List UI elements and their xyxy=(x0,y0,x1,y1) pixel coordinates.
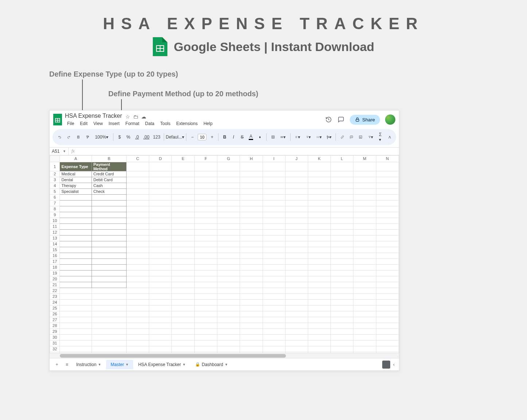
cell-J24[interactable] xyxy=(285,299,308,305)
cell-J28[interactable] xyxy=(285,323,308,328)
cell-A32[interactable] xyxy=(60,346,92,352)
cell-A11[interactable] xyxy=(60,223,92,229)
cell-E10[interactable] xyxy=(172,218,194,223)
wrap-button[interactable]: ▾ xyxy=(315,133,323,141)
cell-I1[interactable] xyxy=(263,162,285,171)
cell-J30[interactable] xyxy=(285,334,308,340)
cell-I29[interactable] xyxy=(263,328,285,334)
menu-file[interactable]: File xyxy=(65,120,76,127)
collapse-toolbar-button[interactable]: ʌ xyxy=(387,133,392,141)
row-header-32[interactable]: 32 xyxy=(50,346,60,352)
more-formats-button[interactable]: 123 xyxy=(152,133,161,141)
tab-instruction[interactable]: Instruction ▼ xyxy=(72,360,105,369)
cell-E27[interactable] xyxy=(172,317,194,323)
cell-F15[interactable] xyxy=(194,247,217,253)
cell-H8[interactable] xyxy=(240,206,263,212)
cell-C14[interactable] xyxy=(126,241,149,247)
cell-F5[interactable] xyxy=(194,188,217,194)
cell-D10[interactable] xyxy=(149,218,172,223)
cell-I3[interactable] xyxy=(263,177,285,183)
cell-K19[interactable] xyxy=(308,270,330,276)
cell-C21[interactable] xyxy=(126,282,149,288)
bold-button[interactable]: B xyxy=(221,133,228,141)
cell-F17[interactable] xyxy=(194,258,217,264)
cell-G31[interactable] xyxy=(217,340,240,346)
cell-F19[interactable] xyxy=(194,270,217,276)
cell-H5[interactable] xyxy=(240,188,263,194)
cell-M15[interactable] xyxy=(353,247,376,253)
cell-B30[interactable] xyxy=(92,334,126,340)
row-header-28[interactable]: 28 xyxy=(50,323,60,328)
cell-J32[interactable] xyxy=(285,346,308,352)
cell-C26[interactable] xyxy=(126,311,149,317)
cell-G14[interactable] xyxy=(217,241,240,247)
cell-F23[interactable] xyxy=(194,293,217,299)
cell-M23[interactable] xyxy=(353,293,376,299)
cell-N16[interactable] xyxy=(376,253,399,258)
row-header-31[interactable]: 31 xyxy=(50,340,60,346)
cell-N12[interactable] xyxy=(376,229,399,235)
cell-N14[interactable] xyxy=(376,241,399,247)
cell-K3[interactable] xyxy=(308,177,330,183)
tab-master[interactable]: Master ▼ xyxy=(106,360,133,369)
cell-L5[interactable] xyxy=(330,188,353,194)
cell-L20[interactable] xyxy=(330,276,353,282)
cell-G24[interactable] xyxy=(217,299,240,305)
cell-B18[interactable] xyxy=(92,264,126,270)
cell-I12[interactable] xyxy=(263,229,285,235)
cell-K31[interactable] xyxy=(308,340,330,346)
sheets-app-icon[interactable] xyxy=(53,114,62,125)
cell-K6[interactable] xyxy=(308,194,330,200)
cell-M25[interactable] xyxy=(353,305,376,311)
cell-B27[interactable] xyxy=(92,317,126,323)
cell-K18[interactable] xyxy=(308,264,330,270)
cell-A12[interactable] xyxy=(60,229,92,235)
cell-D31[interactable] xyxy=(149,340,172,346)
cell-H22[interactable] xyxy=(240,288,263,293)
cell-N25[interactable] xyxy=(376,305,399,311)
cell-M31[interactable] xyxy=(353,340,376,346)
cell-B2[interactable]: Credit Card xyxy=(92,171,126,177)
cell-N5[interactable] xyxy=(376,188,399,194)
row-header-2[interactable]: 2 xyxy=(50,171,60,177)
cell-K30[interactable] xyxy=(308,334,330,340)
cell-K11[interactable] xyxy=(308,223,330,229)
cell-D28[interactable] xyxy=(149,323,172,328)
cell-I19[interactable] xyxy=(263,270,285,276)
h-align-button[interactable]: ▾ xyxy=(293,133,302,141)
cell-N10[interactable] xyxy=(376,218,399,223)
cell-F28[interactable] xyxy=(194,323,217,328)
row-header-26[interactable]: 26 xyxy=(50,311,60,317)
cell-A25[interactable] xyxy=(60,305,92,311)
cell-B19[interactable] xyxy=(92,270,126,276)
cell-K32[interactable] xyxy=(308,346,330,352)
cell-I4[interactable] xyxy=(263,183,285,188)
cell-C9[interactable] xyxy=(126,212,149,218)
fill-color-button[interactable] xyxy=(256,133,263,141)
cell-A1[interactable]: Expense Type xyxy=(60,162,92,171)
cell-B22[interactable] xyxy=(92,288,126,293)
cell-B25[interactable] xyxy=(92,305,126,311)
cell-A18[interactable] xyxy=(60,264,92,270)
cell-I24[interactable] xyxy=(263,299,285,305)
cell-D6[interactable] xyxy=(149,194,172,200)
history-icon[interactable] xyxy=(325,116,332,123)
menu-help[interactable]: Help xyxy=(201,120,215,127)
insert-chart-button[interactable] xyxy=(357,133,364,141)
cell-B11[interactable] xyxy=(92,223,126,229)
cell-G5[interactable] xyxy=(217,188,240,194)
col-header-E[interactable]: E xyxy=(172,155,194,162)
cell-J25[interactable] xyxy=(285,305,308,311)
cell-G23[interactable] xyxy=(217,293,240,299)
cell-J21[interactable] xyxy=(285,282,308,288)
row-header-24[interactable]: 24 xyxy=(50,299,60,305)
cell-J19[interactable] xyxy=(285,270,308,276)
cell-A17[interactable] xyxy=(60,258,92,264)
cell-G26[interactable] xyxy=(217,311,240,317)
cell-C15[interactable] xyxy=(126,247,149,253)
cell-G15[interactable] xyxy=(217,247,240,253)
menu-edit[interactable]: Edit xyxy=(78,120,90,127)
cell-H18[interactable] xyxy=(240,264,263,270)
cell-C20[interactable] xyxy=(126,276,149,282)
cell-M8[interactable] xyxy=(353,206,376,212)
